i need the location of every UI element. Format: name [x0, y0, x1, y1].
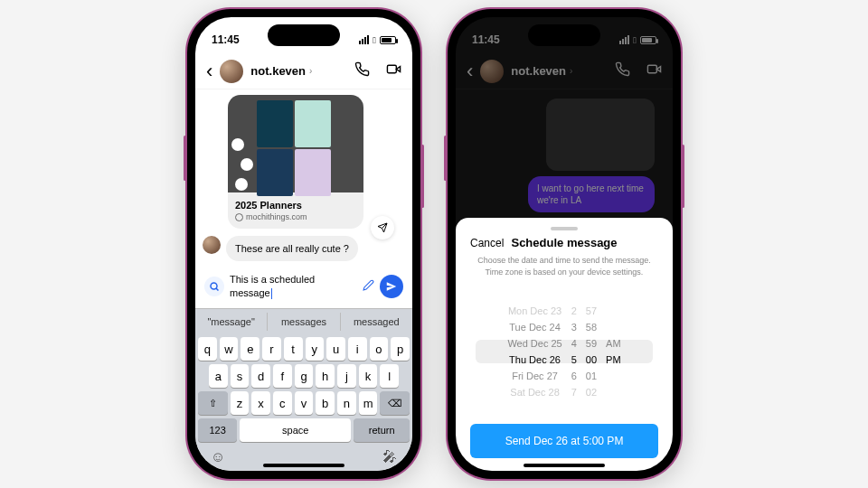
return-key[interactable]: return: [354, 418, 410, 442]
key-g[interactable]: g: [295, 364, 314, 388]
key-o[interactable]: o: [370, 337, 389, 361]
key-q[interactable]: q: [198, 337, 217, 361]
key-i[interactable]: i: [348, 337, 367, 361]
key-c[interactable]: c: [273, 391, 292, 415]
key-d[interactable]: d: [251, 364, 270, 388]
space-key[interactable]: space: [240, 418, 351, 442]
sheet-title: Schedule message: [511, 236, 617, 249]
key-x[interactable]: x: [251, 391, 270, 415]
numbers-key[interactable]: 123: [198, 418, 237, 442]
globe-icon: [235, 213, 243, 221]
avatar-small: [203, 236, 221, 254]
dictation-button[interactable]: 🎤︎: [382, 449, 397, 465]
key-e[interactable]: e: [241, 337, 259, 361]
confirm-button[interactable]: Send Dec 26 at 5:00 PM: [470, 424, 658, 458]
share-button[interactable]: [371, 216, 394, 239]
message-input[interactable]: This is a scheduled message: [230, 269, 357, 303]
dynamic-island: [528, 24, 600, 46]
screen-right: 11:45 􀙇 ‹ not.keven › I want to go here …: [456, 17, 673, 471]
status-time: 11:45: [212, 33, 240, 46]
search-button[interactable]: [204, 277, 224, 296]
key-a[interactable]: a: [209, 364, 228, 388]
sheet-description: Choose the date and time to send the mes…: [470, 255, 658, 277]
cancel-button[interactable]: Cancel: [470, 237, 504, 249]
battery-icon: [380, 36, 396, 44]
key-r[interactable]: r: [262, 337, 281, 361]
sheet-grabber[interactable]: [551, 227, 578, 230]
home-indicator[interactable]: [524, 464, 605, 467]
call-button[interactable]: [354, 61, 370, 81]
key-f[interactable]: f: [273, 364, 292, 388]
key-v[interactable]: v: [295, 391, 314, 415]
card-image: [228, 95, 363, 192]
video-button[interactable]: [386, 61, 401, 81]
svg-rect-0: [387, 65, 396, 73]
card-title: 2025 Planners: [235, 200, 356, 211]
back-button[interactable]: ‹: [206, 60, 212, 83]
key-m[interactable]: m: [359, 391, 378, 415]
key-s[interactable]: s: [231, 364, 250, 388]
key-u[interactable]: u: [326, 337, 345, 361]
key-b[interactable]: b: [316, 391, 335, 415]
svg-point-1: [211, 283, 217, 289]
card-site: mochithings.com: [246, 212, 307, 221]
message-bubble: These are all really cute ?: [226, 236, 358, 261]
link-preview-card[interactable]: 2025 Planners mochithings.com: [228, 95, 363, 229]
incoming-message: These are all really cute ?: [203, 236, 405, 261]
shift-key[interactable]: ⇧: [198, 391, 228, 415]
wifi-icon: 􀙇: [373, 35, 376, 45]
datetime-picker[interactable]: Mon Dec 23 Tue Dec 24 Wed Dec 25 Thu Dec…: [470, 286, 658, 417]
edit-icon[interactable]: [363, 279, 374, 294]
phone-left: 11:45 􀙇 ‹ not.keven ›: [187, 9, 420, 479]
username[interactable]: not.keven: [250, 64, 306, 78]
key-h[interactable]: h: [316, 364, 335, 388]
suggestion-1[interactable]: "message": [195, 313, 268, 331]
picker-date-column[interactable]: Mon Dec 23 Tue Dec 24 Wed Dec 25 Thu Dec…: [507, 305, 561, 398]
backspace-key[interactable]: ⌫: [380, 391, 410, 415]
picker-hour-column[interactable]: 2 3 4 5 6 7: [571, 305, 577, 398]
key-w[interactable]: w: [220, 337, 239, 361]
home-indicator[interactable]: [263, 464, 344, 467]
keyboard: qwertyuiop asdfghjkl ⇧ zxcvbnm ⌫ 123 spa…: [195, 333, 412, 471]
key-l[interactable]: l: [380, 364, 399, 388]
keyboard-suggestions: "message" messages messaged: [195, 308, 412, 333]
cellular-icon: [359, 35, 369, 44]
picker-minute-column[interactable]: 57 58 59 00 01 02: [586, 305, 597, 398]
avatar[interactable]: [220, 60, 243, 83]
key-k[interactable]: k: [359, 364, 378, 388]
key-j[interactable]: j: [337, 364, 356, 388]
chevron-right-icon: ›: [309, 66, 312, 76]
key-z[interactable]: z: [231, 391, 250, 415]
dynamic-island: [268, 24, 340, 46]
chat-body: 2025 Planners mochithings.com These are …: [195, 89, 412, 264]
suggestion-3[interactable]: messaged: [341, 313, 412, 331]
suggestion-2[interactable]: messages: [268, 313, 340, 331]
picker-ampm-column[interactable]: AM PM: [606, 305, 621, 398]
send-button[interactable]: [380, 275, 403, 298]
key-p[interactable]: p: [391, 337, 410, 361]
emoji-button[interactable]: ☺: [211, 449, 225, 465]
key-t[interactable]: t: [284, 337, 303, 361]
schedule-sheet: Cancel Schedule message Choose the date …: [456, 218, 673, 471]
composer: This is a scheduled message: [195, 264, 412, 308]
phone-right: 11:45 􀙇 ‹ not.keven › I want to go here …: [448, 9, 681, 479]
chat-header: ‹ not.keven ›: [195, 53, 412, 89]
screen-left: 11:45 􀙇 ‹ not.keven ›: [195, 17, 412, 471]
key-y[interactable]: y: [306, 337, 325, 361]
key-n[interactable]: n: [337, 391, 356, 415]
